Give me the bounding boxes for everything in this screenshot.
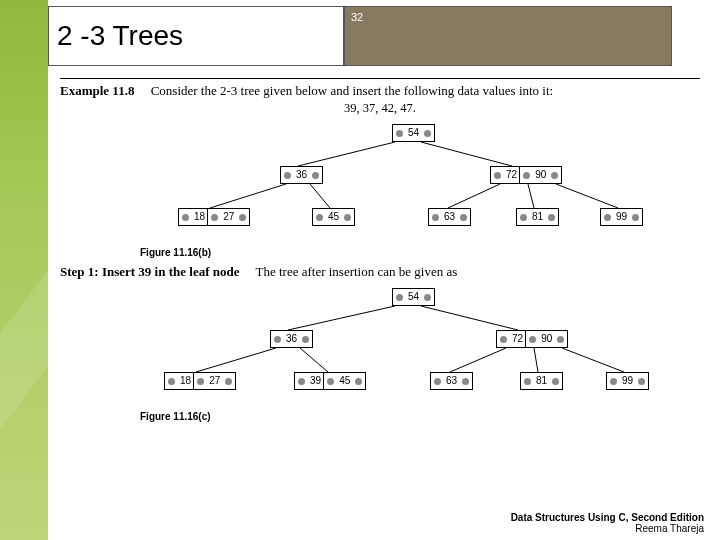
node-mid: 36 [270,330,313,348]
ptr-dot [239,214,246,221]
tree-b-links [140,124,660,244]
svg-line-13 [562,348,624,372]
example-text: Consider the 2-3 tree given below and in… [151,83,554,98]
node-value: 45 [326,212,341,222]
svg-line-7 [288,306,395,330]
svg-line-3 [310,184,330,208]
ptr-dot [302,336,309,343]
svg-line-0 [298,142,395,166]
node-value: 90 [539,334,554,344]
svg-line-11 [450,348,506,372]
node-sep [525,331,526,347]
side-decoration [0,0,48,540]
ptr-dot [316,214,323,221]
ptr-dot [500,336,507,343]
svg-line-2 [210,184,286,208]
node-sep [323,373,324,389]
node-value: 18 [192,212,207,222]
ptr-dot [632,214,639,221]
node-root: 54 [392,288,435,306]
svg-line-4 [448,184,500,208]
node-leaf: 63 [428,208,471,226]
node-leaf: 81 [520,372,563,390]
node-mid: 72 90 [496,330,568,348]
node-sep [519,167,520,183]
node-leaf: 81 [516,208,559,226]
node-sep [193,373,194,389]
ptr-dot [284,172,291,179]
node-leaf: 18 27 [164,372,236,390]
step-text: The tree after insertion can be given as [255,264,457,279]
svg-line-8 [421,306,518,330]
ptr-dot [552,378,559,385]
svg-line-6 [556,184,618,208]
insert-values: 39, 37, 42, 47. [60,101,700,116]
node-value: 99 [614,212,629,222]
node-value: 27 [207,376,222,386]
ptr-dot [312,172,319,179]
node-leaf: 63 [430,372,473,390]
step-label: Step 1: Insert 39 in the leaf node [60,264,239,279]
node-value: 54 [406,128,421,138]
page-number: 32 [351,11,363,23]
node-value: 99 [620,376,635,386]
example-line: Example 11.8 Consider the 2-3 tree given… [60,83,710,99]
node-value: 63 [444,376,459,386]
ptr-dot [211,214,218,221]
svg-line-12 [534,348,538,372]
slide-title: 2 -3 Trees [57,20,183,52]
ptr-dot [638,378,645,385]
footer-book: Data Structures Using C, Second Edition [511,512,704,523]
ptr-dot [355,378,362,385]
footer: Data Structures Using C, Second Edition … [511,512,704,534]
node-leaf: 45 [312,208,355,226]
node-value: 45 [337,376,352,386]
figure-c-caption: Figure 11.16(c) [140,411,710,422]
ptr-dot [182,214,189,221]
step-line: Step 1: Insert 39 in the leaf node The t… [60,264,710,280]
example-label: Example 11.8 [60,83,134,98]
ptr-dot [520,214,527,221]
content-area: Example 11.8 Consider the 2-3 tree given… [60,78,710,504]
ptr-dot [462,378,469,385]
node-root: 54 [392,124,435,142]
node-leaf: 99 [600,208,643,226]
node-value: 72 [504,170,519,180]
tree-b: 54 36 72 90 18 27 45 [140,124,660,244]
node-value: 63 [442,212,457,222]
ptr-dot [460,214,467,221]
ptr-dot [524,378,531,385]
node-value: 36 [284,334,299,344]
ptr-dot [396,294,403,301]
divider [60,78,700,79]
ptr-dot [494,172,501,179]
svg-line-1 [421,142,512,166]
node-mid: 72 90 [490,166,562,184]
ptr-dot [274,336,281,343]
ptr-dot [523,172,530,179]
node-value: 36 [294,170,309,180]
ptr-dot [298,378,305,385]
node-value: 18 [178,376,193,386]
node-sep [207,209,208,225]
node-value: 27 [221,212,236,222]
node-value: 54 [406,292,421,302]
svg-line-10 [300,348,328,372]
ptr-dot [168,378,175,385]
node-value: 81 [530,212,545,222]
svg-line-5 [528,184,534,208]
node-leaf: 39 45 [294,372,366,390]
page-number-box: 32 [344,6,672,66]
ptr-dot [225,378,232,385]
node-mid: 36 [280,166,323,184]
figure-b-caption: Figure 11.16(b) [140,247,710,258]
ptr-dot [344,214,351,221]
title-box: 2 -3 Trees [48,6,344,66]
node-value: 90 [533,170,548,180]
ptr-dot [197,378,204,385]
ptr-dot [424,294,431,301]
node-leaf: 99 [606,372,649,390]
footer-author: Reema Thareja [511,523,704,534]
ptr-dot [557,336,564,343]
ptr-dot [432,214,439,221]
